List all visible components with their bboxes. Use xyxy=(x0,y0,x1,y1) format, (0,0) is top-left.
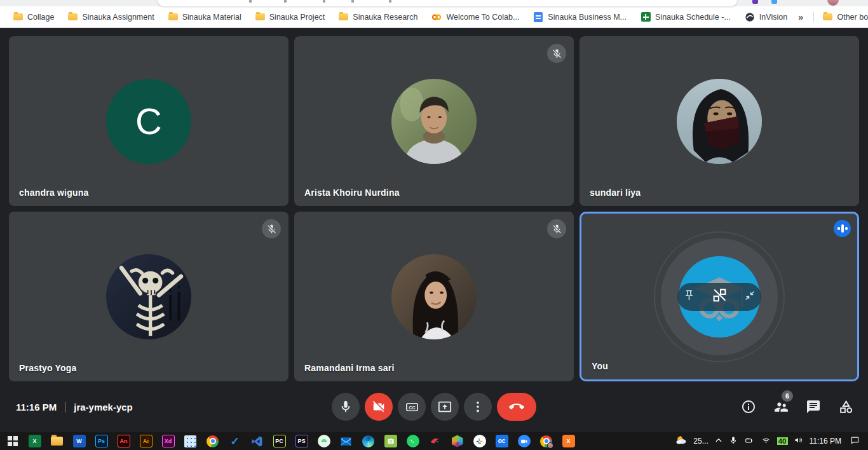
more-options-button[interactable] xyxy=(464,393,492,421)
file-explorer-icon xyxy=(51,437,63,446)
bookmark-label: Sinauka Business M... xyxy=(548,13,627,22)
minimize-icon[interactable] xyxy=(744,290,756,304)
chat-button[interactable] xyxy=(805,399,822,415)
taskbar-oc-app[interactable]: oc xyxy=(491,432,513,450)
taskbar-whatsapp[interactable] xyxy=(402,432,424,450)
participant-photo-avatar xyxy=(391,79,477,164)
whatsapp-icon xyxy=(407,435,419,447)
taskbar-camera-app[interactable] xyxy=(379,432,402,450)
browser-toolbar-sliver xyxy=(0,0,868,6)
bookmark-invision[interactable]: InVision xyxy=(738,9,794,25)
participant-name: Ramandani Irma sari xyxy=(304,363,395,373)
extension-icon[interactable] xyxy=(752,0,758,4)
taskbar-video-app[interactable] xyxy=(513,432,535,450)
bookmark-sinauka-business[interactable]: Sinauka Business M... xyxy=(526,9,634,25)
tray-percent-badge[interactable]: 40 xyxy=(777,437,788,445)
bookmark-sinauka-research[interactable]: Sinauka Research xyxy=(332,9,424,25)
bookmark-welcome-to-colab[interactable]: Welcome To Colab... xyxy=(424,9,526,25)
globe-icon xyxy=(745,12,755,22)
taskbar-pycharm[interactable]: PC xyxy=(268,432,290,450)
participants-button[interactable]: 6 xyxy=(773,399,789,415)
participant-tile-ramandani[interactable]: Ramandani Irma sari xyxy=(294,212,574,381)
taskbar-word[interactable]: W xyxy=(68,432,90,450)
taskbar-photoshop[interactable]: Ps xyxy=(90,432,112,450)
taskbar-phpstorm[interactable]: PS xyxy=(290,432,313,450)
taskbar-file-explorer[interactable] xyxy=(46,432,68,450)
tray-temperature[interactable]: 25... xyxy=(693,437,708,446)
google-docs-icon xyxy=(533,12,543,22)
meet-main: C chandra wiguna xyxy=(0,28,868,432)
action-center-icon[interactable] xyxy=(847,435,863,447)
participant-tile-arista[interactable]: Arista Khoiru Nurdina xyxy=(294,36,574,206)
red-app-icon xyxy=(429,435,441,447)
address-bar[interactable] xyxy=(158,0,737,6)
phpstorm-icon: PS xyxy=(295,435,308,447)
participant-tile-you[interactable]: You xyxy=(580,212,859,381)
leave-call-button[interactable] xyxy=(497,393,536,421)
extension-icon[interactable] xyxy=(771,0,777,4)
taskbar-illustrator[interactable]: Ai xyxy=(135,432,157,450)
participant-photo-avatar xyxy=(106,254,191,339)
bookmark-sinauka-assignment[interactable]: Sinauka Assignment xyxy=(61,9,161,25)
tray-battery-icon[interactable] xyxy=(743,436,755,447)
folder-icon xyxy=(13,13,23,20)
pin-icon[interactable] xyxy=(683,289,695,304)
taskbar-slack[interactable] xyxy=(468,432,491,450)
participant-photo-avatar xyxy=(391,254,477,339)
bookmark-sinauka-project[interactable]: Sinauka Project xyxy=(248,9,332,25)
folder-icon xyxy=(823,13,832,20)
tile-hover-actions xyxy=(677,283,761,311)
bookmark-label: InVision xyxy=(759,13,787,22)
taskbar-animate[interactable]: An xyxy=(112,432,135,450)
tray-microphone-icon[interactable] xyxy=(729,436,738,447)
taskbar-hub-app[interactable] xyxy=(446,432,468,450)
divider xyxy=(813,12,814,22)
tray-wifi-icon[interactable] xyxy=(761,435,771,447)
taskbar-chrome-profile[interactable] xyxy=(535,432,557,450)
chrome-profile-icon xyxy=(540,435,552,447)
tray-volume-icon[interactable] xyxy=(794,435,804,447)
taskbar-android[interactable] xyxy=(313,432,335,450)
taskbar-check-app[interactable]: ✓ xyxy=(224,432,246,450)
mic-off-icon xyxy=(262,219,281,238)
bookmark-label: Welcome To Colab... xyxy=(446,13,519,22)
captions-button[interactable]: CC xyxy=(398,393,426,421)
grid-off-icon[interactable] xyxy=(712,287,728,306)
participant-tile-prastyo[interactable]: Prastyo Yoga xyxy=(9,212,288,381)
browser-profile-avatar[interactable] xyxy=(827,0,839,6)
weather-icon[interactable] xyxy=(675,434,688,449)
participant-tile-chandra-wiguna[interactable]: C chandra wiguna xyxy=(9,36,288,206)
other-bookmarks[interactable]: Other bookmarks xyxy=(820,9,868,25)
bookmark-label: Sinauka Assignment xyxy=(82,13,154,22)
bookmark-sinauka-schedule[interactable]: Sinauka Schedule -... xyxy=(634,9,738,25)
mail-icon xyxy=(340,435,352,447)
microphone-button[interactable] xyxy=(332,393,360,421)
folder-icon xyxy=(68,13,78,20)
bookmark-sinauka-material[interactable]: Sinauka Material xyxy=(161,9,248,25)
taskbar-mail[interactable] xyxy=(335,432,357,450)
start-button[interactable] xyxy=(1,432,24,450)
taskbar-visual-studio[interactable] xyxy=(246,432,268,450)
taskbar-chrome[interactable] xyxy=(201,432,224,450)
present-screen-button[interactable] xyxy=(431,393,459,421)
participant-name: Prastyo Yoga xyxy=(19,363,77,373)
taskbar-calendar[interactable] xyxy=(179,432,201,450)
meeting-details-button[interactable] xyxy=(740,399,757,415)
camera-off-button[interactable] xyxy=(365,393,393,421)
taskbar-edge[interactable] xyxy=(357,432,379,450)
bookmark-collage[interactable]: Collage xyxy=(6,9,61,25)
tray-chevron-up-icon[interactable] xyxy=(714,436,723,447)
activities-button[interactable] xyxy=(837,399,854,415)
illustrator-icon: Ai xyxy=(140,435,153,447)
taskbar-xampp[interactable]: X xyxy=(557,432,580,450)
bookmarks-overflow-chevron[interactable]: » xyxy=(794,11,807,22)
oc-app-icon: oc xyxy=(496,435,508,447)
taskbar-red-app[interactable] xyxy=(424,432,446,450)
taskbar-excel[interactable]: X xyxy=(24,432,46,450)
participant-tile-sundari[interactable]: sundari liya xyxy=(580,36,859,206)
taskbar-adobe-xd[interactable]: Xd xyxy=(157,432,179,450)
meeting-code: jra-ymek-ycp xyxy=(74,402,133,412)
tray-clock[interactable]: 11:16 PM xyxy=(810,437,841,446)
camera-app-icon xyxy=(384,435,397,447)
edge-icon xyxy=(362,435,374,447)
